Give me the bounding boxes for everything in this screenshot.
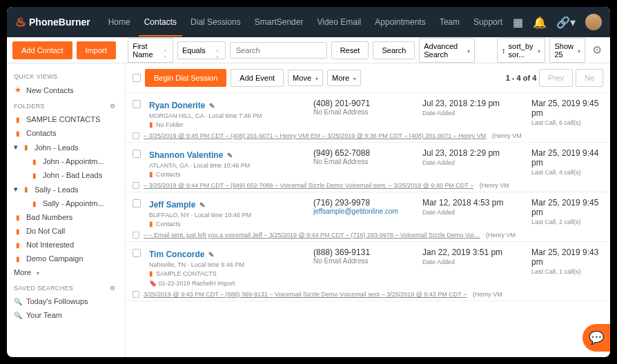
new-contacts-item[interactable]: ★New Contacts	[7, 83, 125, 97]
contact-row: Jeff Sample ✎BUFFALO, NY · Local time 10…	[126, 192, 610, 242]
advanced-search-select[interactable]: Advanced Search	[419, 38, 474, 63]
contact-name-link[interactable]: Jeff Sample ✎	[149, 200, 205, 210]
date-added: Jul 23, 2018 2:29 pm	[422, 148, 526, 158]
nav-smartsender[interactable]: SmartSender	[249, 8, 309, 37]
contact-phone: (716) 293-9978	[313, 198, 417, 208]
contact-row: Tim Concorde ✎Nahsville, TN · Local time…	[126, 242, 610, 301]
edit-icon[interactable]: ✎	[208, 251, 214, 259]
user-avatar[interactable]	[585, 14, 602, 30]
saved-gear-icon[interactable]: ⚙	[107, 285, 118, 292]
add-event-button[interactable]: Add Event	[231, 69, 284, 87]
folder-item[interactable]: ▮Not Interested	[7, 238, 125, 252]
row-checkbox[interactable]	[133, 249, 141, 257]
calendar-icon[interactable]: ▦	[513, 16, 523, 29]
bell-icon[interactable]: 🔔	[533, 16, 547, 29]
page-size-select[interactable]: Show 25	[549, 38, 585, 63]
row-checkbox[interactable]	[133, 199, 141, 208]
more-actions-select[interactable]: More	[327, 70, 361, 86]
link-icon[interactable]: 🔗▾	[556, 16, 576, 29]
contact-name-link[interactable]: Ryan Donerite ✎	[149, 101, 215, 110]
row-checkbox[interactable]	[133, 150, 141, 158]
next-page-button[interactable]: Ne	[576, 69, 603, 87]
last-call: Mar 25, 2019 9:44 pm	[531, 148, 603, 168]
star-icon: ★	[14, 85, 22, 94]
nav-dial-sessions[interactable]: Dial Sessions	[185, 8, 246, 37]
nav-contacts[interactable]: Contacts	[139, 8, 182, 37]
contact-folder: ▮No Folder	[149, 121, 308, 128]
nav-appointments[interactable]: Appointments	[369, 8, 431, 37]
flame-icon: ♨	[15, 14, 26, 30]
date-added: Jul 23, 2018 2:19 pm	[422, 99, 526, 108]
add-contact-button[interactable]: Add Contact	[12, 41, 72, 59]
contact-location: Nahsville, TN · Local time 9:46 PM	[149, 261, 308, 268]
folder-item[interactable]: ▮Bad Numbers	[7, 210, 125, 224]
folder-item[interactable]: ▮John - Appointm...	[7, 154, 125, 168]
footer-checkbox[interactable]	[133, 132, 139, 139]
contact-folder: ▮SAMPLE CONTACTS	[149, 270, 308, 277]
folder-item[interactable]: ▮John - Bad Leads	[7, 168, 125, 182]
more-folders[interactable]: More	[7, 265, 125, 279]
row-checkbox[interactable]	[133, 100, 141, 108]
contact-name-link[interactable]: Tim Concorde ✎	[149, 250, 214, 259]
settings-icon[interactable]: ⚙	[589, 43, 605, 57]
folder-item[interactable]: ▮Sally - Appointm...	[7, 196, 125, 210]
date-added-label: Date Added	[422, 209, 526, 216]
folder-item[interactable]: ▮SAMPLE CONTACTS	[7, 112, 125, 126]
chat-widget-icon[interactable]: 💬	[582, 324, 610, 352]
sort-select[interactable]: ↕ sort_by sor...	[497, 38, 545, 63]
filter-op-select[interactable]: Equals	[177, 41, 226, 59]
contact-location: MORGAN HILL, CA · Local time 7:46 PM	[149, 112, 308, 119]
quick-views-header: QUICK VIEWS	[7, 68, 125, 83]
contact-email[interactable]: jeffsample@getitonline.com	[313, 208, 417, 215]
reset-button[interactable]: Reset	[331, 41, 369, 59]
footer-checkbox[interactable]	[133, 232, 139, 239]
move-select[interactable]: Move	[288, 70, 323, 86]
folder-item[interactable]: ▮Demo Campaign	[7, 252, 125, 265]
prev-page-button[interactable]: Prev	[539, 69, 573, 87]
last-call-label: Last Call, 2 call(s)	[531, 219, 603, 225]
contact-email: No Email Address	[313, 108, 417, 116]
contact-name-link[interactable]: Shannon Valentine ✎	[149, 150, 233, 160]
brand-text: PhoneBurner	[29, 17, 90, 28]
last-call: Mar 25, 2019 9:43 pm	[531, 247, 603, 267]
top-navbar: ♨ PhoneBurner HomeContactsDial SessionsS…	[7, 7, 610, 37]
search-button[interactable]: Search	[373, 41, 415, 59]
search-input[interactable]	[230, 42, 327, 59]
logo: ♨ PhoneBurner	[15, 14, 90, 30]
edit-icon[interactable]: ✎	[227, 152, 233, 159]
toolbar: Add Contact Import First Name Equals Res…	[7, 37, 610, 63]
folders-gear-icon[interactable]: ⚙	[107, 103, 118, 110]
edit-icon[interactable]: ✎	[209, 102, 215, 110]
folder-item[interactable]: ▮Contacts	[7, 126, 125, 140]
nav-video-email[interactable]: Video Email	[311, 8, 366, 37]
contact-location: BUFFALO, NY · Local time 10:46 PM	[149, 212, 308, 219]
nav-support[interactable]: Support	[468, 8, 508, 37]
last-call: Mar 25, 2019 9:45 pm	[531, 198, 603, 217]
saved-search-item[interactable]: 🔍Your Team	[7, 308, 125, 322]
activity-footer: – 3/25/2019 @ 9:44 PM CDT – (949) 652-70…	[133, 182, 603, 189]
activity-footer: 3/25/2019 @ 9:43 PM CDT – (888) 369-9131…	[133, 291, 603, 298]
nav-home[interactable]: Home	[103, 8, 136, 37]
folder-item[interactable]: ▾ ▮Sally - Leads	[7, 182, 125, 196]
import-button[interactable]: Import	[77, 41, 116, 59]
date-added: Mar 12, 2018 4:53 pm	[422, 198, 526, 208]
nav-team[interactable]: Team	[434, 8, 465, 37]
activity-footer: – – Email sent, just left you a voicemai…	[133, 232, 603, 239]
edit-icon[interactable]: ✎	[199, 201, 205, 209]
begin-dial-session-button[interactable]: Begin Dial Session	[145, 69, 226, 87]
date-added-label: Date Added	[422, 110, 526, 117]
contact-folder: ▮Contacts	[149, 220, 308, 228]
folder-item[interactable]: ▾ ▮John - Leads	[7, 140, 125, 154]
saved-search-item[interactable]: 🔍Today's Followups	[7, 294, 125, 308]
folder-icon: ▮	[14, 214, 22, 221]
date-added-label: Date Added	[422, 259, 526, 265]
last-call-label: Last Call, 1 call(s)	[531, 268, 603, 275]
folder-icon: ▮	[14, 255, 22, 263]
folder-item[interactable]: ▮Do Not Call	[7, 224, 125, 238]
footer-checkbox[interactable]	[133, 182, 139, 189]
footer-checkbox[interactable]	[133, 291, 139, 298]
tag: 🔖 01-22-2019 RachelH Import	[149, 280, 308, 287]
folder-icon: ▮	[14, 116, 22, 123]
select-all-checkbox[interactable]	[133, 74, 141, 82]
filter-field-select[interactable]: First Name	[128, 38, 173, 63]
